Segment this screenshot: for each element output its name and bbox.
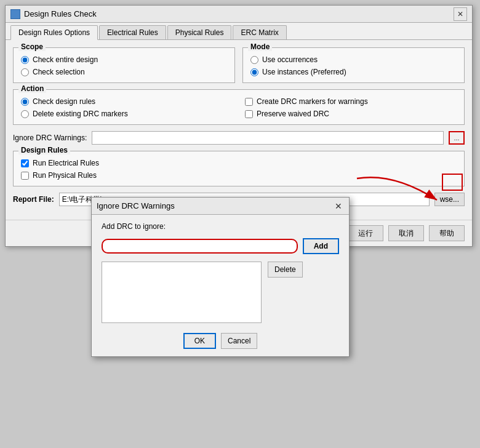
scope-label: Scope (18, 42, 46, 51)
main-close-button[interactable]: ✕ (454, 7, 467, 21)
scope-check-selection[interactable]: Check selection (21, 68, 227, 76)
sub-add-button[interactable]: Add (303, 238, 339, 254)
tab-design-rules-options[interactable]: Design Rules Options (10, 25, 98, 40)
sub-cancel-button[interactable]: Cancel (221, 333, 257, 349)
action-grid: Check design rules Create DRC markers fo… (21, 97, 457, 118)
sub-ok-button[interactable]: OK (183, 333, 216, 349)
sub-delete-button[interactable]: Delete (268, 262, 303, 278)
report-label: Report File: (13, 195, 54, 204)
main-dialog-titlebar: Design Rules Check ✕ (6, 6, 472, 23)
action-preserve-waived[interactable]: Preserve waived DRC (245, 110, 457, 118)
sub-dialog-title: Ignore DRC Warnings (97, 201, 175, 210)
tab-erc-matrix[interactable]: ERC Matrix (233, 25, 286, 39)
action-delete-markers[interactable]: Delete existing DRC markers (21, 110, 233, 118)
sub-input-row: Add (102, 238, 339, 254)
scope-radio-group: Check entire design Check selection (21, 55, 227, 76)
sub-dialog: Ignore DRC Warnings ✕ Add DRC to ignore:… (91, 197, 350, 357)
tab-electrical-rules[interactable]: Electrical Rules (99, 25, 166, 39)
main-dialog-title: Design Rules Check (24, 9, 97, 18)
dialog-icon (10, 9, 20, 19)
mode-use-occurrences[interactable]: Use occurrences (250, 55, 457, 64)
sub-list-area (102, 262, 262, 323)
scope-section: Scope Check entire design Check selectio… (13, 47, 235, 83)
sub-right-area: Delete (102, 259, 339, 323)
browse-button[interactable]: wse... (434, 193, 465, 206)
sub-add-label: Add DRC to ignore: (102, 222, 339, 231)
action-section: Action Check design rules Create DRC mar… (13, 89, 465, 125)
design-rules-items: Run Electrical Rules Run Physical Rules (21, 159, 457, 180)
design-rules-label: Design Rules (18, 146, 70, 154)
sub-bottom-buttons: OK Cancel (102, 333, 339, 349)
action-create-markers[interactable]: Create DRC markers for warnings (245, 97, 457, 106)
ellipsis-button[interactable]: ... (449, 131, 465, 145)
design-rules-section: Design Rules Run Electrical Rules Run Ph… (13, 151, 465, 186)
run-electrical-rules[interactable]: Run Electrical Rules (21, 159, 457, 167)
sub-dialog-content: Add DRC to ignore: Add Delete OK Cancel (92, 215, 349, 356)
action-section-label: Action (18, 84, 46, 93)
help-button[interactable]: 帮助 (429, 225, 465, 241)
mode-radio-group: Use occurrences Use instances (Preferred… (250, 55, 457, 76)
title-left: Design Rules Check (10, 9, 97, 19)
scope-mode-row: Scope Check entire design Check selectio… (13, 47, 465, 83)
tab-bar: Design Rules Options Electrical Rules Ph… (6, 23, 472, 40)
sub-close-button[interactable]: ✕ (333, 201, 344, 212)
dialog-content: Scope Check entire design Check selectio… (6, 40, 472, 220)
cancel-button[interactable]: 取消 (388, 225, 424, 241)
mode-section: Mode Use occurrences Use instances (Pref… (242, 47, 465, 83)
action-check-design-rules[interactable]: Check design rules (21, 97, 233, 106)
sub-drc-input[interactable] (102, 239, 298, 254)
mode-use-instances[interactable]: Use instances (Preferred) (250, 68, 457, 76)
ignore-drc-input[interactable] (92, 131, 444, 145)
ignore-drc-row: Ignore DRC Warnings: ... (13, 131, 465, 145)
ignore-drc-label: Ignore DRC Warnings: (13, 134, 87, 142)
scope-entire-design[interactable]: Check entire design (21, 55, 227, 64)
run-button[interactable]: 运行 (348, 225, 383, 241)
sub-dialog-titlebar: Ignore DRC Warnings ✕ (92, 198, 349, 215)
mode-label: Mode (248, 42, 272, 51)
sub-right-buttons: Delete (268, 262, 303, 323)
run-physical-rules[interactable]: Run Physical Rules (21, 171, 457, 180)
tab-physical-rules[interactable]: Physical Rules (167, 25, 232, 39)
